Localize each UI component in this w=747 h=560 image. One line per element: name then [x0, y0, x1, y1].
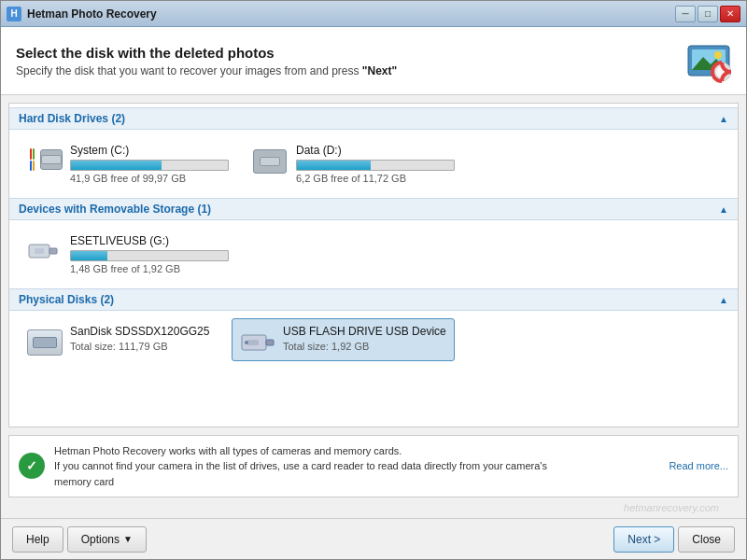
info-message: Hetman Photo Recovery works with all typ… — [54, 443, 659, 490]
domain-watermark: hetmanrecovery.com — [624, 502, 719, 513]
window-title: Hetman Photo Recovery — [27, 7, 675, 21]
data-drive-size: 6,2 GB free of 11,72 GB — [296, 173, 455, 184]
disk-item-sandisk[interactable]: SanDisk SDSSDX120GG25 Total size: 111,79… — [19, 318, 224, 361]
esetliveusb-name: ESETLIVEUSB (G:) — [70, 234, 229, 247]
physical-chevron-icon: ▲ — [719, 295, 728, 305]
removable-disk-grid: ESETLIVEUSB (G:) 1,48 GB free of 1,92 GB — [9, 220, 738, 288]
info-bar: ✓ Hetman Photo Recovery works with all t… — [8, 435, 739, 498]
maximize-button[interactable]: □ — [698, 6, 718, 22]
hdd-chevron-icon: ▲ — [719, 114, 728, 124]
svg-rect-7 — [49, 248, 57, 254]
disk-item-data-d[interactable]: Data (D:) 6,2 GB free of 11,72 GB — [245, 137, 463, 190]
disk-item-usb-flash[interactable]: USB FLASH DRIVE USB Device Total size: 1… — [232, 318, 455, 361]
app-icon: H — [7, 7, 21, 21]
sandisk-name: SanDisk SDSSDX120GG25 — [70, 325, 209, 338]
physical-section-header[interactable]: Physical Disks (2) ▲ — [9, 288, 738, 311]
main-window: H Hetman Photo Recovery ─ □ ✕ Select the… — [0, 0, 747, 560]
next-button[interactable]: Next > — [613, 526, 674, 553]
esetliveusb-icon — [27, 236, 63, 264]
footer: Help Options ▼ Next > Close — [1, 518, 746, 559]
minimize-button[interactable]: ─ — [675, 6, 696, 22]
header: Select the disk with the deleted photos … — [1, 27, 746, 95]
data-drive-fill — [297, 161, 371, 170]
options-dropdown-icon: ▼ — [123, 534, 133, 544]
usb-flash-info: USB FLASH DRIVE USB Device Total size: 1… — [283, 325, 446, 352]
physical-disk-grid: SanDisk SDSSDX120GG25 Total size: 111,79… — [9, 311, 738, 369]
data-drive-icon — [253, 146, 289, 174]
svg-point-3 — [714, 51, 722, 59]
esetliveusb-info: ESETLIVEUSB (G:) 1,48 GB free of 1,92 GB — [70, 234, 229, 274]
physical-section-label: Physical Disks (2) — [19, 293, 114, 306]
data-drive-info: Data (D:) 6,2 GB free of 11,72 GB — [296, 144, 455, 184]
usb-flash-size: Total size: 1,92 GB — [283, 341, 446, 352]
data-drive-name: Data (D:) — [296, 144, 455, 157]
hdd-section-label: Hard Disk Drives (2) — [19, 112, 125, 125]
close-window-button[interactable]: ✕ — [720, 6, 740, 22]
options-button[interactable]: Options ▼ — [67, 526, 147, 553]
hdd-section-header[interactable]: Hard Disk Drives (2) ▲ — [9, 107, 738, 130]
disk-item-esetliveusb[interactable]: ESETLIVEUSB (G:) 1,48 GB free of 1,92 GB — [19, 228, 237, 281]
page-title: Select the disk with the deleted photos — [16, 45, 397, 61]
footer-left-buttons: Help Options ▼ — [12, 526, 147, 553]
system-drive-progress — [70, 160, 229, 171]
system-drive-fill — [71, 161, 162, 170]
page-subtitle: Specify the disk that you want to recove… — [16, 64, 397, 77]
usb-flash-icon — [240, 327, 275, 355]
system-drive-icon — [27, 146, 63, 174]
disk-list-panel: Hard Disk Drives (2) ▲ — [8, 103, 739, 427]
app-logo — [686, 38, 731, 83]
removable-section-header[interactable]: Devices with Removable Storage (1) ▲ — [9, 198, 738, 220]
svg-rect-11 — [247, 340, 259, 345]
hdd-disk-grid: System (C:) 41,9 GB free of 99,97 GB Dat… — [9, 130, 738, 198]
svg-rect-10 — [266, 340, 274, 345]
footer-right-buttons: Next > Close — [613, 526, 735, 553]
usb-flash-name: USB FLASH DRIVE USB Device — [283, 325, 446, 338]
esetliveusb-fill — [71, 251, 107, 260]
esetliveusb-size: 1,48 GB free of 1,92 GB — [70, 263, 229, 274]
sandisk-size: Total size: 111,79 GB — [70, 341, 209, 352]
svg-rect-8 — [35, 248, 44, 254]
help-button[interactable]: Help — [12, 526, 63, 553]
close-button[interactable]: Close — [678, 526, 735, 553]
window-controls: ─ □ ✕ — [675, 6, 740, 22]
read-more-link[interactable]: Read more... — [669, 460, 728, 471]
esetliveusb-progress — [70, 250, 229, 261]
system-drive-size: 41,9 GB free of 99,97 GB — [70, 173, 229, 184]
removable-section-label: Devices with Removable Storage (1) — [19, 203, 211, 216]
sandisk-icon — [27, 327, 63, 355]
info-success-icon: ✓ — [19, 453, 45, 479]
removable-chevron-icon: ▲ — [719, 204, 728, 215]
svg-point-12 — [245, 341, 248, 344]
system-drive-info: System (C:) 41,9 GB free of 99,97 GB — [70, 144, 229, 184]
header-text-block: Select the disk with the deleted photos … — [16, 45, 397, 77]
sandisk-info: SanDisk SDSSDX120GG25 Total size: 111,79… — [70, 325, 209, 352]
system-drive-name: System (C:) — [70, 144, 229, 157]
data-drive-progress — [296, 160, 455, 171]
title-bar: H Hetman Photo Recovery ─ □ ✕ — [1, 1, 746, 27]
disk-item-system-c[interactable]: System (C:) 41,9 GB free of 99,97 GB — [19, 137, 237, 190]
